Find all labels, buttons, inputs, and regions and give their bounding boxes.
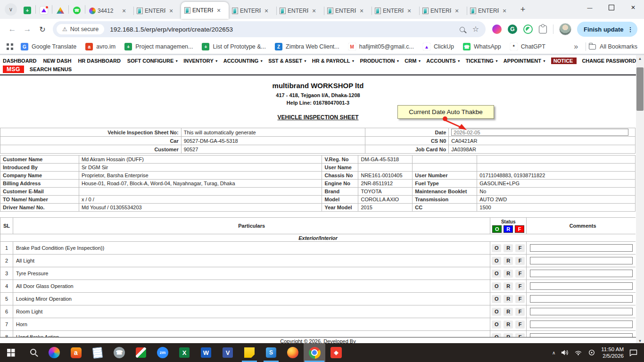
sheets-pinned-tab[interactable] bbox=[20, 2, 35, 19]
menu-item[interactable]: CHANGE PASSWORD bbox=[582, 58, 637, 64]
zoom-icon[interactable] bbox=[460, 27, 465, 32]
status-o-button[interactable]: O bbox=[492, 308, 501, 316]
drive-pinned-tab[interactable] bbox=[53, 2, 68, 19]
status-o-button[interactable]: O bbox=[492, 295, 501, 303]
meet-now-icon[interactable] bbox=[588, 349, 595, 356]
search-button[interactable] bbox=[22, 343, 43, 362]
browser-tab[interactable]: 34412 bbox=[86, 3, 133, 19]
status-o-button[interactable]: O bbox=[492, 321, 501, 329]
status-r-button[interactable]: R bbox=[504, 244, 513, 252]
browser-tab[interactable]: ENTERP bbox=[372, 3, 419, 19]
status-o-button[interactable]: O bbox=[492, 282, 501, 290]
tab-close-icon[interactable] bbox=[453, 7, 461, 15]
browser-tab[interactable]: ENTERP bbox=[324, 3, 372, 19]
grammarly-extension-icon[interactable] bbox=[508, 25, 517, 34]
status-r-button[interactable]: R bbox=[504, 257, 513, 265]
all-bookmarks-button[interactable]: All Bookmarks bbox=[589, 43, 637, 50]
browser-tab[interactable]: ENTERP bbox=[181, 2, 229, 19]
firefox-icon[interactable] bbox=[282, 343, 304, 362]
clock[interactable]: 11:50 AM 2/5/2026 bbox=[601, 346, 624, 359]
comment-input[interactable] bbox=[530, 321, 633, 328]
address-bar[interactable]: ⚠ Not secure 192.168.1.5/erp/erp/vlrepor… bbox=[53, 21, 486, 37]
not-secure-chip[interactable]: ⚠ Not secure bbox=[57, 24, 104, 34]
bookmark-item[interactable]: Z Zimbra Web Client... bbox=[275, 43, 339, 50]
bijoy-icon[interactable] bbox=[130, 343, 152, 362]
notepad-icon[interactable] bbox=[87, 343, 108, 362]
status-f-button[interactable]: F bbox=[515, 257, 525, 265]
action-center-icon[interactable] bbox=[629, 349, 637, 356]
visio-icon[interactable]: V bbox=[217, 343, 239, 362]
menu-item[interactable]: ACCOUNTING ▼ bbox=[223, 58, 264, 64]
apps-grid-icon[interactable] bbox=[7, 43, 13, 50]
tab-close-icon[interactable] bbox=[167, 7, 175, 15]
bookmark-item[interactable]: M hafijmit05@gmail.c... bbox=[348, 43, 414, 50]
date-input[interactable] bbox=[451, 129, 628, 136]
tab-close-icon[interactable] bbox=[263, 7, 270, 15]
status-f-button[interactable]: F bbox=[515, 270, 525, 278]
bookmark-item[interactable]: + Project managemen... bbox=[124, 43, 193, 50]
menu-item[interactable]: TICKETING ▼ bbox=[466, 58, 498, 64]
comment-input[interactable] bbox=[530, 295, 633, 303]
status-o-button[interactable]: O bbox=[492, 244, 501, 252]
snagit-icon[interactable]: S bbox=[260, 343, 282, 362]
window-minimize-button[interactable] bbox=[579, 0, 601, 15]
tab-close-icon[interactable] bbox=[215, 7, 223, 14]
scrollbar-thumb[interactable] bbox=[636, 67, 644, 111]
status-f-button[interactable]: F bbox=[515, 244, 525, 252]
screenshot-tool-icon[interactable]: ◈ bbox=[325, 343, 347, 362]
bookmarks-overflow-chevron[interactable]: » bbox=[569, 42, 583, 51]
extensions-puzzle-icon[interactable] bbox=[539, 25, 547, 33]
browser-tab[interactable]: ENTERP bbox=[229, 3, 276, 19]
status-f-button[interactable]: F bbox=[515, 321, 525, 329]
whatsapp-pinned-tab[interactable] bbox=[69, 2, 84, 19]
menu-item[interactable]: APPOINTMENT ▼ bbox=[504, 58, 546, 64]
clickup-pinned-tab[interactable] bbox=[36, 2, 51, 19]
menu-item[interactable]: SOFT CONFIGURE ▼ bbox=[127, 58, 178, 64]
speaker-icon[interactable] bbox=[561, 349, 569, 356]
menu-item[interactable]: NOTICE bbox=[551, 58, 577, 64]
whatsapp-icon[interactable]: ☎ bbox=[108, 343, 130, 362]
menu-item[interactable]: DASHBOARD bbox=[3, 58, 38, 64]
tab-close-icon[interactable] bbox=[501, 7, 508, 15]
menu-item[interactable]: HR & PAYROLL ▼ bbox=[312, 58, 355, 64]
window-restore-button[interactable] bbox=[601, 0, 622, 15]
menu-item[interactable]: NEW DASH bbox=[43, 58, 73, 64]
profile-avatar[interactable] bbox=[559, 23, 571, 35]
chevron-down-icon[interactable]: ∨ bbox=[5, 3, 17, 16]
reload-button[interactable]: ↻ bbox=[35, 22, 50, 37]
status-o-button[interactable]: O bbox=[492, 270, 501, 278]
bookmark-item[interactable]: * ChatGPT bbox=[510, 43, 545, 50]
copilot-icon[interactable] bbox=[43, 343, 65, 362]
back-button[interactable]: ← bbox=[5, 22, 20, 37]
status-r-button[interactable]: R bbox=[504, 282, 513, 290]
menu-item[interactable]: INVENTORY ▼ bbox=[183, 58, 218, 64]
scroll-up-arrow[interactable]: ▲ bbox=[636, 55, 644, 62]
browser-tab[interactable]: ENTERP bbox=[276, 3, 324, 19]
menu-item[interactable]: CRM ▼ bbox=[405, 58, 421, 64]
comment-input[interactable] bbox=[530, 270, 633, 277]
status-r-button[interactable]: R bbox=[504, 308, 513, 316]
word-icon[interactable]: W bbox=[195, 343, 217, 362]
status-r-button[interactable]: R bbox=[504, 270, 513, 278]
avro-keyboard-icon[interactable]: a bbox=[65, 343, 87, 362]
browser-tab[interactable]: ENTERP bbox=[133, 3, 181, 19]
bookmark-star-icon[interactable]: ☆ bbox=[472, 25, 479, 33]
comment-input[interactable] bbox=[530, 257, 633, 264]
menu-item[interactable]: SST & ASSET ▼ bbox=[268, 58, 307, 64]
status-o-button[interactable]: O bbox=[492, 257, 501, 265]
menu-item[interactable]: HR DASHBOARD bbox=[78, 58, 122, 64]
browser-tab[interactable]: ENTERP bbox=[419, 3, 467, 19]
status-f-button[interactable]: F bbox=[515, 282, 525, 290]
tab-close-icon[interactable] bbox=[120, 7, 128, 15]
msg-badge[interactable]: MSG bbox=[3, 66, 24, 73]
bookmark-item[interactable]: a avro.im bbox=[85, 43, 116, 50]
comment-input[interactable] bbox=[530, 282, 633, 290]
status-r-button[interactable]: R bbox=[504, 321, 513, 329]
status-r-button[interactable]: R bbox=[504, 295, 513, 303]
tray-chevron-up-icon[interactable]: ∧ bbox=[552, 350, 555, 355]
sticky-notes-icon[interactable] bbox=[239, 343, 260, 362]
comment-input[interactable] bbox=[530, 308, 633, 315]
bookmark-item[interactable]: ☎ WhatsApp bbox=[463, 43, 501, 50]
tab-close-icon[interactable] bbox=[358, 7, 365, 15]
status-f-button[interactable]: F bbox=[515, 308, 525, 316]
